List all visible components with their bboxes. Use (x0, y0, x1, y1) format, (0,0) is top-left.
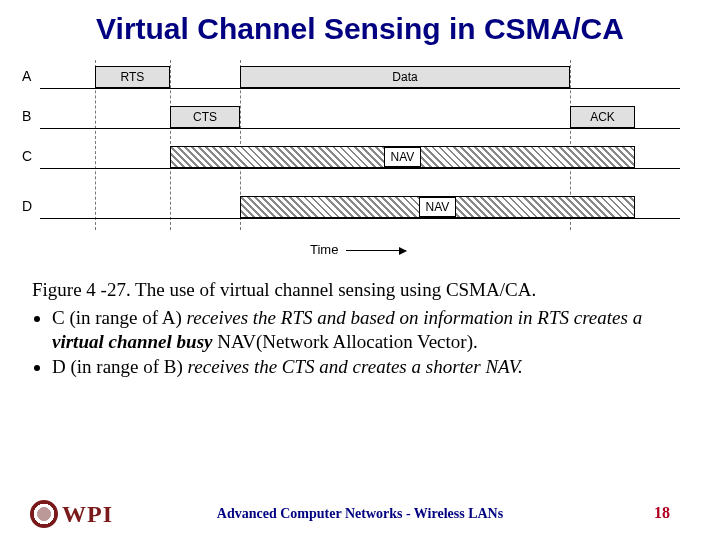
arrow-right-icon (346, 250, 406, 251)
time-axis-label: Time (310, 242, 406, 257)
row-label-b: B (22, 108, 31, 124)
nav-d-label: NAV (419, 197, 457, 217)
cts-box: CTS (170, 106, 240, 128)
bullet-list: C (in range of A) receives the RTS and b… (0, 302, 720, 379)
nav-c-label: NAV (384, 147, 422, 167)
row-label-a: A (22, 68, 31, 84)
slide-title: Virtual Channel Sensing in CSMA/CA (0, 0, 720, 50)
footer: WPI Advanced Computer Networks - Wireles… (0, 496, 720, 528)
footer-title: Advanced Computer Networks - Wireless LA… (0, 506, 720, 522)
ack-box: ACK (570, 106, 635, 128)
row-label-c: C (22, 148, 32, 164)
figure-caption: Figure 4 -27. The use of virtual channel… (0, 278, 720, 302)
nav-c-box: NAV (170, 146, 635, 168)
row-label-d: D (22, 198, 32, 214)
nav-d-box: NAV (240, 196, 635, 218)
data-box: Data (240, 66, 570, 88)
list-item: D (in range of B) receives the CTS and c… (52, 355, 688, 379)
page-number: 18 (654, 504, 670, 522)
list-item: C (in range of A) receives the RTS and b… (52, 306, 688, 354)
rts-box: RTS (95, 66, 170, 88)
timing-diagram: A RTS Data B CTS ACK C NAV D NAV Time (40, 60, 680, 270)
